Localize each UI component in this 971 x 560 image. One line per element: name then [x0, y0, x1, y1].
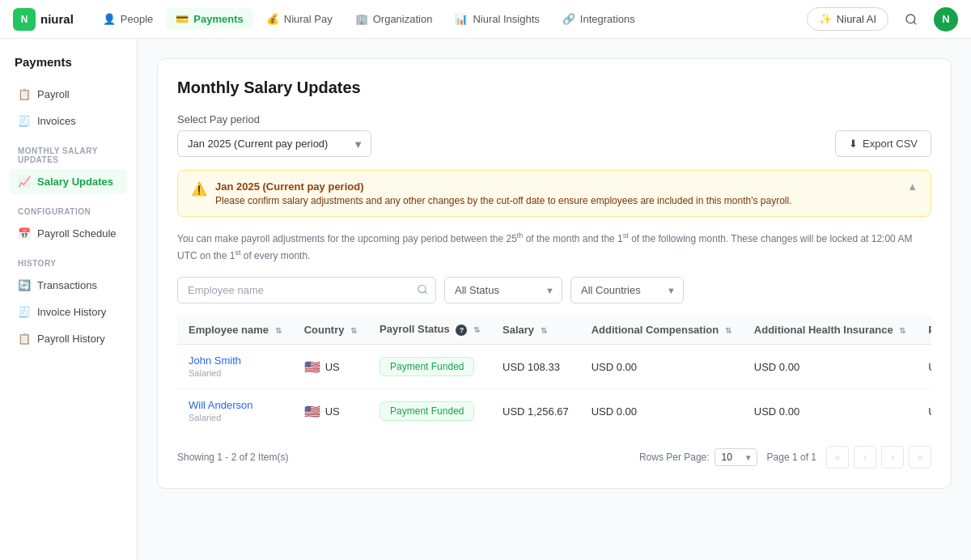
prev-page-button[interactable]: ‹ — [854, 446, 876, 469]
pay-period-label: Select Pay period — [177, 113, 931, 125]
export-icon: ⬇ — [849, 138, 858, 150]
status-filter-wrapper: All Status Payment Funded Pending Failed… — [444, 277, 562, 303]
pay-period-section: Select Pay period Jan 2025 (Current pay … — [177, 113, 931, 157]
next-page-button[interactable]: › — [881, 446, 904, 469]
last-page-button[interactable]: » — [909, 446, 931, 469]
nav-label-integrations: Integrations — [580, 13, 635, 25]
info-text: You can make payroll adjustments for the… — [177, 230, 931, 264]
pay-period-select-wrapper: Jan 2025 (Current pay period) Dec 2024 N… — [177, 130, 371, 157]
rows-per-page: Rows Per Page: 10 25 50 100 ▼ — [639, 448, 757, 466]
insights-icon: 📊 — [455, 13, 468, 25]
table-row: John Smith Salaried 🇺🇸 US Payment Fu — [177, 345, 931, 389]
nav-item-niural-pay[interactable]: 💰 Niural Pay — [257, 8, 342, 30]
nav-item-integrations[interactable]: 🔗 Integrations — [553, 8, 645, 30]
status-badge-1: Payment Funded — [379, 401, 474, 421]
pay-period-select[interactable]: Jan 2025 (Current pay period) Dec 2024 N… — [177, 130, 371, 157]
sidebar-item-invoice-history[interactable]: 🧾 Invoice History — [10, 299, 127, 325]
sidebar-item-invoices[interactable]: 🧾 Invoices — [10, 108, 127, 134]
col-pension-plan: Private Pension Plan ⇅ — [917, 315, 931, 345]
nav-label-payments: Payments — [193, 13, 243, 25]
salary-updates-icon: 📈 — [18, 176, 31, 188]
alert-warning-icon: ⚠️ — [191, 181, 207, 197]
sidebar-item-payroll-history[interactable]: 📋 Payroll History — [10, 326, 127, 351]
flag-icon-1: 🇺🇸 — [304, 404, 320, 419]
employee-type-0: Salaried — [189, 368, 221, 378]
table-row: Will Anderson Salaried 🇺🇸 US Payment — [177, 389, 931, 434]
search-button[interactable] — [898, 6, 924, 32]
organization-icon: 🏢 — [355, 13, 368, 25]
alert-body: Please confirm salary adjustments and an… — [215, 195, 899, 206]
nav-item-organization[interactable]: 🏢 Organization — [346, 8, 443, 30]
sidebar-item-transactions[interactable]: 🔄 Transactions — [10, 273, 127, 298]
section-label-history: HISTORY — [10, 248, 127, 273]
sort-comp-icon[interactable]: ⇅ — [725, 326, 731, 335]
col-country: Country ⇅ — [293, 315, 368, 345]
sort-status-icon[interactable]: ⇅ — [473, 325, 480, 334]
cell-employee-1: Will Anderson Salaried — [177, 389, 293, 434]
nav-items: 👤 People 💳 Payments 💰 Niural Pay 🏢 Organ… — [93, 8, 807, 30]
filters-row: All Status Payment Funded Pending Failed… — [177, 277, 931, 303]
page-card: Monthly Salary Updates Select Pay period… — [157, 58, 952, 489]
ai-sparkle-icon: ✨ — [819, 13, 832, 25]
cell-status-0: Payment Funded — [368, 345, 491, 389]
alert-title: Jan 2025 (Current pay period) — [215, 180, 899, 193]
avatar[interactable]: N — [934, 7, 958, 32]
cell-pension-0: USD 0.00 — [917, 345, 931, 389]
search-wrapper — [177, 277, 436, 303]
section-label-configuration: CONFIGURATION — [10, 196, 127, 221]
rows-per-page-select[interactable]: 10 25 50 100 — [714, 448, 757, 466]
first-page-button[interactable]: « — [826, 446, 849, 469]
top-nav: N niural 👤 People 💳 Payments 💰 Niural Pa… — [0, 0, 971, 39]
sort-salary-icon[interactable]: ⇅ — [541, 326, 547, 335]
nav-item-niural-insights[interactable]: 📊 Niural Insights — [445, 8, 549, 30]
transactions-icon: 🔄 — [18, 279, 31, 291]
cell-health-1: USD 0.00 — [743, 389, 918, 434]
logo-text: niural — [40, 12, 74, 26]
sidebar-item-payroll[interactable]: 📋 Payroll — [10, 82, 127, 107]
alert-collapse-button[interactable]: ▲ — [907, 180, 918, 193]
logo[interactable]: N niural — [13, 8, 74, 31]
search-submit-button[interactable] — [417, 283, 428, 297]
export-csv-button[interactable]: ⬇ Export CSV — [835, 130, 931, 157]
country-filter-wrapper: All Countries US UK Canada ▼ — [570, 277, 684, 303]
people-icon: 👤 — [103, 13, 116, 25]
alert-banner: ⚠️ Jan 2025 (Current pay period) Please … — [177, 170, 931, 217]
employee-search-input[interactable] — [177, 277, 436, 303]
payroll-status-help-icon[interactable]: ? — [456, 325, 467, 336]
section-label-monthly-salary: MONTHLY SALARY UPDATES — [10, 135, 127, 169]
col-payroll-status: Payroll Status ? ⇅ — [368, 315, 491, 345]
col-employee-name: Employee name ⇅ — [177, 315, 293, 345]
showing-text: Showing 1 - 2 of 2 Item(s) — [177, 452, 288, 463]
payroll-schedule-icon: 📅 — [18, 227, 31, 240]
sidebar-item-payroll-schedule[interactable]: 📅 Payroll Schedule — [10, 221, 127, 246]
employee-link-1[interactable]: Will Anderson — [189, 399, 282, 411]
alert-content: Jan 2025 (Current pay period) Please con… — [215, 180, 899, 206]
sidebar-item-salary-updates[interactable]: 📈 Salary Updates — [10, 169, 127, 194]
nav-item-payments[interactable]: 💳 Payments — [166, 8, 252, 30]
cell-country-1: 🇺🇸 US — [293, 389, 368, 434]
status-filter-select[interactable]: All Status Payment Funded Pending Failed — [444, 277, 562, 303]
country-filter-select[interactable]: All Countries US UK Canada — [570, 277, 684, 303]
cell-comp-1: USD 0.00 — [580, 389, 743, 434]
col-health-insurance: Additional Health Insurance ⇅ — [743, 315, 918, 345]
nav-label-organization: Organization — [373, 13, 433, 25]
sidebar: Payments 📋 Payroll 🧾 Invoices MONTHLY SA… — [0, 39, 138, 560]
sort-country-icon[interactable]: ⇅ — [350, 326, 357, 335]
status-badge-0: Payment Funded — [379, 357, 474, 376]
ai-button[interactable]: ✨ Niural AI — [807, 7, 888, 31]
sidebar-invoice-history-label: Invoice History — [37, 306, 106, 318]
svg-point-0 — [906, 15, 915, 23]
sort-health-icon[interactable]: ⇅ — [899, 326, 905, 335]
sidebar-title: Payments — [10, 55, 127, 69]
layout: Payments 📋 Payroll 🧾 Invoices MONTHLY SA… — [0, 39, 971, 560]
payments-icon: 💳 — [176, 13, 189, 25]
employee-link-0[interactable]: John Smith — [189, 354, 282, 367]
employees-table: Employee name ⇅ Country ⇅ Payroll Status… — [177, 315, 931, 433]
invoices-icon: 🧾 — [18, 115, 31, 127]
cell-health-0: USD 0.00 — [743, 345, 918, 389]
cell-pension-1: USD 0.00 — [917, 389, 931, 434]
nav-item-people[interactable]: 👤 People — [93, 8, 163, 30]
payroll-icon: 📋 — [18, 88, 31, 100]
sort-employee-icon[interactable]: ⇅ — [275, 326, 282, 335]
ai-btn-label: Niural AI — [837, 13, 876, 25]
